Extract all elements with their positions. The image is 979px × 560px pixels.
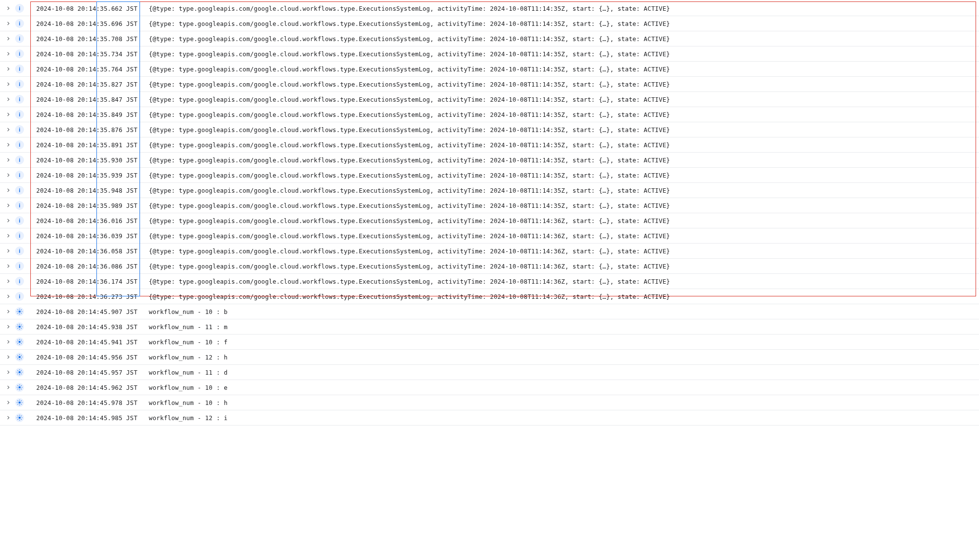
log-row[interactable]: 2024-10-08 20:14:45.957 JSTworkflow_num …	[0, 365, 979, 380]
log-timestamp: 2024-10-08 20:14:35.827 JST	[36, 81, 133, 88]
svg-line-6	[21, 313, 22, 314]
severity-cell[interactable]: i	[14, 186, 25, 195]
severity-cell[interactable]: i	[14, 80, 25, 89]
severity-cell[interactable]: i	[14, 277, 25, 286]
svg-line-71	[21, 416, 22, 416]
log-message: {@type: type.googleapis.com/google.cloud…	[149, 187, 977, 194]
log-row[interactable]: i2024-10-08 20:14:35.939 JST{@type: type…	[0, 168, 979, 183]
expand-toggle[interactable]	[4, 202, 13, 209]
severity-cell[interactable]: i	[14, 156, 25, 164]
severity-cell[interactable]	[14, 383, 25, 392]
expand-toggle[interactable]	[4, 157, 13, 163]
log-row[interactable]: i2024-10-08 20:14:35.708 JST{@type: type…	[0, 31, 979, 46]
chevron-right-icon	[5, 399, 12, 406]
expand-toggle[interactable]	[4, 323, 13, 330]
log-row[interactable]: i2024-10-08 20:14:35.930 JST{@type: type…	[0, 153, 979, 168]
svg-line-52	[18, 389, 18, 389]
expand-toggle[interactable]	[4, 263, 13, 269]
log-row[interactable]: i2024-10-08 20:14:36.016 JST{@type: type…	[0, 213, 979, 228]
log-timestamp: 2024-10-08 20:14:36.016 JST	[36, 217, 133, 224]
expand-toggle[interactable]	[4, 187, 13, 194]
expand-toggle[interactable]	[4, 369, 13, 376]
severity-cell[interactable]: i	[14, 49, 25, 58]
expand-toggle[interactable]	[4, 96, 13, 103]
severity-cell[interactable]	[14, 307, 25, 316]
expand-toggle[interactable]	[4, 66, 13, 72]
severity-cell[interactable]: i	[14, 246, 25, 255]
severity-cell[interactable]: i	[14, 65, 25, 73]
log-row[interactable]: i2024-10-08 20:14:35.948 JST{@type: type…	[0, 183, 979, 198]
log-row[interactable]: i2024-10-08 20:14:36.058 JST{@type: type…	[0, 244, 979, 259]
log-row[interactable]: i2024-10-08 20:14:35.847 JST{@type: type…	[0, 92, 979, 107]
log-row[interactable]: i2024-10-08 20:14:36.039 JST{@type: type…	[0, 228, 979, 244]
expand-toggle[interactable]	[4, 126, 13, 133]
log-row[interactable]: i2024-10-08 20:14:35.891 JST{@type: type…	[0, 137, 979, 153]
severity-cell[interactable]: i	[14, 4, 25, 13]
severity-cell[interactable]: i	[14, 140, 25, 149]
severity-cell[interactable]: i	[14, 171, 25, 179]
log-row[interactable]: i2024-10-08 20:14:35.662 JST{@type: type…	[0, 1, 979, 16]
severity-cell[interactable]: i	[14, 95, 25, 104]
expand-toggle[interactable]	[4, 232, 13, 239]
severity-info-icon: i	[15, 262, 24, 270]
log-row[interactable]: 2024-10-08 20:14:45.962 JSTworkflow_num …	[0, 380, 979, 395]
log-row[interactable]: i2024-10-08 20:14:35.849 JST{@type: type…	[0, 107, 979, 122]
severity-cell[interactable]: i	[14, 201, 25, 210]
expand-toggle[interactable]	[4, 172, 13, 179]
expand-toggle[interactable]	[4, 20, 13, 27]
log-row[interactable]: i2024-10-08 20:14:36.273 JST{@type: type…	[0, 289, 979, 304]
log-row[interactable]: i2024-10-08 20:14:35.989 JST{@type: type…	[0, 198, 979, 213]
severity-cell[interactable]: i	[14, 19, 25, 28]
expand-toggle[interactable]	[4, 399, 13, 406]
log-row[interactable]: 2024-10-08 20:14:45.941 JSTworkflow_num …	[0, 335, 979, 350]
log-row[interactable]: 2024-10-08 20:14:45.907 JSTworkflow_num …	[0, 304, 979, 319]
log-message: {@type: type.googleapis.com/google.cloud…	[149, 247, 977, 255]
severity-cell[interactable]: i	[14, 292, 25, 301]
log-row[interactable]: i2024-10-08 20:14:35.876 JST{@type: type…	[0, 122, 979, 137]
log-message: {@type: type.googleapis.com/google.cloud…	[149, 217, 977, 224]
expand-toggle[interactable]	[4, 247, 13, 254]
log-timestamp: 2024-10-08 20:14:36.058 JST	[36, 247, 133, 255]
expand-toggle[interactable]	[4, 217, 13, 224]
severity-cell[interactable]: i	[14, 262, 25, 270]
severity-cell[interactable]	[14, 398, 25, 407]
expand-toggle[interactable]	[4, 50, 13, 57]
log-row[interactable]: 2024-10-08 20:14:45.956 JSTworkflow_num …	[0, 350, 979, 365]
expand-toggle[interactable]	[4, 384, 13, 391]
expand-toggle[interactable]	[4, 354, 13, 360]
severity-cell[interactable]	[14, 322, 25, 331]
expand-toggle[interactable]	[4, 308, 13, 315]
expand-toggle[interactable]	[4, 5, 13, 12]
expand-toggle[interactable]	[4, 338, 13, 345]
expand-toggle[interactable]	[4, 293, 13, 300]
severity-cell[interactable]: i	[14, 125, 25, 134]
severity-cell[interactable]: i	[14, 34, 25, 43]
expand-toggle[interactable]	[4, 414, 13, 421]
log-row[interactable]: 2024-10-08 20:14:45.978 JSTworkflow_num …	[0, 395, 979, 410]
log-row[interactable]: 2024-10-08 20:14:45.938 JSTworkflow_num …	[0, 319, 979, 335]
severity-cell[interactable]: i	[14, 231, 25, 240]
log-row[interactable]: i2024-10-08 20:14:35.764 JST{@type: type…	[0, 62, 979, 77]
severity-cell[interactable]: i	[14, 216, 25, 225]
log-row[interactable]: i2024-10-08 20:14:36.086 JST{@type: type…	[0, 259, 979, 274]
expand-toggle[interactable]	[4, 278, 13, 285]
expand-toggle[interactable]	[4, 111, 13, 118]
log-row[interactable]: i2024-10-08 20:14:35.827 JST{@type: type…	[0, 77, 979, 92]
severity-cell[interactable]	[14, 368, 25, 377]
severity-info-icon: i	[15, 49, 24, 58]
log-row[interactable]: i2024-10-08 20:14:35.734 JST{@type: type…	[0, 46, 979, 62]
severity-cell[interactable]	[14, 337, 25, 346]
expand-toggle[interactable]	[4, 81, 13, 88]
severity-info-icon: i	[15, 231, 24, 240]
log-row[interactable]: 2024-10-08 20:14:45.985 JSTworkflow_num …	[0, 410, 979, 426]
severity-cell[interactable]	[14, 413, 25, 422]
log-message: {@type: type.googleapis.com/google.cloud…	[149, 81, 977, 88]
log-timestamp: 2024-10-08 20:14:35.891 JST	[36, 141, 133, 149]
log-row[interactable]: i2024-10-08 20:14:35.696 JST{@type: type…	[0, 16, 979, 31]
chevron-right-icon	[5, 5, 12, 12]
expand-toggle[interactable]	[4, 141, 13, 148]
expand-toggle[interactable]	[4, 35, 13, 42]
log-row[interactable]: i2024-10-08 20:14:36.174 JST{@type: type…	[0, 274, 979, 289]
severity-cell[interactable]	[14, 353, 25, 361]
severity-cell[interactable]: i	[14, 110, 25, 119]
